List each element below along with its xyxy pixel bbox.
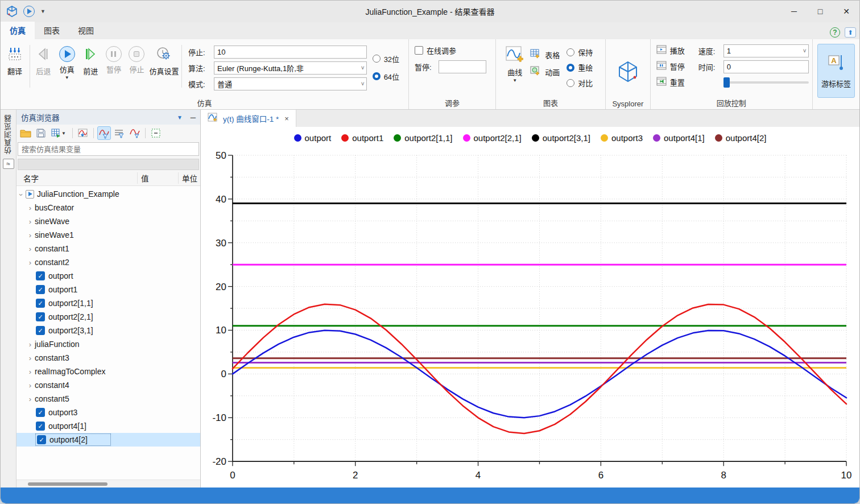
tree-item-constant3[interactable]: ›constant3 [16, 351, 200, 365]
tree-item-sineWave[interactable]: ›sineWave [16, 214, 200, 228]
tab-close-icon[interactable]: × [284, 114, 289, 123]
legend-item-outport3[interactable]: outport3 [601, 133, 643, 143]
export-table-button[interactable]: ▼ [49, 126, 69, 140]
collapse-arrow-icon[interactable]: › [26, 354, 35, 362]
maximize-button[interactable]: □ [807, 1, 833, 22]
tree-item-outport2[2,1][interactable]: ✓outport2[2,1] [16, 310, 200, 324]
collapse-ribbon-icon[interactable]: ⬆ [845, 27, 856, 38]
column-value[interactable]: 值 [137, 172, 178, 184]
checkbox-checked-icon[interactable]: ✓ [36, 422, 45, 431]
tree-item-outport3[interactable]: ✓outport3 [16, 406, 200, 419]
tree-item-constant4[interactable]: ›constant4 [16, 378, 200, 392]
tree-item-outport1[interactable]: ✓outport1 [16, 283, 200, 296]
chevron-down-icon[interactable]: ▼ [61, 131, 67, 136]
collapse-arrow-icon[interactable]: › [26, 258, 35, 267]
tree-item-outport4[1][interactable]: ✓outport4[1] [16, 419, 200, 433]
quick-access-dropdown-icon[interactable]: ▼ [40, 9, 46, 14]
close-button[interactable]: ✕ [833, 1, 859, 22]
translate-button[interactable]: 翻译 [2, 43, 28, 99]
collapse-arrow-icon[interactable]: › [26, 204, 35, 212]
mode-dropdown[interactable]: 普通 ˅ [214, 77, 367, 90]
speed-dropdown[interactable]: 1 ˅ [723, 44, 809, 57]
hold-radio[interactable]: 保持 [567, 47, 593, 57]
filter-signals-button[interactable] [128, 126, 142, 140]
dock-tab-simulation-browser[interactable]: 仿真浏览器 [3, 114, 14, 154]
legend-item-outport2[2,1][interactable]: outport2[2,1] [463, 133, 522, 143]
tree-item-constant5[interactable]: ›constant5 [16, 392, 200, 406]
search-input[interactable] [18, 142, 199, 156]
curve-button[interactable]: 曲线 ▼ [501, 43, 529, 99]
online-tuning-checkbox[interactable]: 在线调参 [415, 45, 494, 56]
signal-wave-icon[interactable]: ≈ [3, 159, 14, 169]
time-input[interactable] [723, 60, 809, 73]
scrollbar-thumb[interactable] [28, 482, 108, 486]
simulation-settings-button[interactable]: 仿真设置 [148, 43, 180, 99]
bits32-radio[interactable]: 32位 [373, 53, 404, 64]
legend-item-outport1[interactable]: outport1 [341, 133, 383, 143]
checkbox-checked-icon[interactable]: ✓ [37, 435, 46, 444]
tree-horizontal-scrollbar[interactable] [16, 480, 200, 488]
tree-item-JuliaFunction_Example[interactable]: ›JuliaFunction_Example [16, 187, 200, 201]
plot-svg[interactable]: -20-10010203040500246810 [201, 148, 859, 488]
plot[interactable]: -20-10010203040500246810 [201, 148, 859, 488]
slider-handle[interactable] [723, 77, 730, 88]
step-back-button[interactable]: 后退 [32, 43, 55, 99]
legend-item-outport[interactable]: outport [294, 133, 332, 143]
filter-curves-button[interactable] [97, 126, 111, 140]
step-forward-button[interactable]: 前进 [79, 43, 102, 99]
legend-item-outport4[2][interactable]: outport4[2] [715, 133, 767, 143]
collapse-arrow-icon[interactable]: › [26, 340, 35, 349]
curve-window-tab[interactable]: y(t) 曲线窗口-1 * × [201, 110, 296, 127]
tune-pause-input[interactable] [439, 60, 486, 73]
tree-item-realImagToComplex[interactable]: ›realImagToComplex [16, 365, 200, 378]
tree-item-outport[interactable]: ✓outport [16, 269, 200, 283]
playback-pause-button[interactable]: 暂停 [656, 59, 694, 73]
compare-radio[interactable]: 对比 [567, 77, 593, 88]
export-curve-button[interactable] [76, 126, 90, 140]
collapse-arrow-icon[interactable]: › [26, 381, 35, 390]
checkbox-checked-icon[interactable]: ✓ [36, 326, 45, 335]
tree-item-busCreator[interactable]: ›busCreator [16, 201, 200, 214]
redraw-radio[interactable]: 重绘 [567, 62, 593, 73]
filter-bar[interactable] [18, 159, 199, 170]
legend-item-outport4[1][interactable]: outport4[1] [653, 133, 705, 143]
tab-view[interactable]: 视图 [69, 22, 103, 39]
cursor-label-button[interactable]: A 游标标签 [817, 44, 855, 98]
checkbox-checked-icon[interactable]: ✓ [36, 299, 45, 308]
checkbox-checked-icon[interactable]: ✓ [36, 271, 45, 280]
collapse-arrow-icon[interactable]: › [26, 217, 35, 226]
playback-play-button[interactable]: 播放 [656, 43, 694, 57]
collapse-arrow-icon[interactable]: › [26, 395, 35, 403]
open-result-button[interactable] [19, 126, 32, 140]
minimize-button[interactable]: ─ [781, 1, 807, 22]
animation-button[interactable]: 动画 [530, 64, 560, 79]
sysplorer-button[interactable] [616, 56, 640, 85]
checkbox-checked-icon[interactable]: ✓ [36, 312, 45, 321]
tree-item-outport4[2][interactable]: ✓outport4[2] [16, 433, 200, 447]
legend-item-outport2[3,1][interactable]: outport2[3,1] [532, 133, 590, 143]
tree-item-sineWave1[interactable]: ›sineWave1 [16, 228, 200, 242]
pause-button[interactable]: 暂停 [102, 43, 126, 99]
panel-menu-icon[interactable]: ▼ [177, 114, 183, 121]
collapse-arrow-icon[interactable]: › [26, 231, 35, 239]
legend-item-outport2[1,1][interactable]: outport2[1,1] [394, 133, 452, 143]
time-slider[interactable] [723, 77, 809, 88]
tree-item-outport2[1,1][interactable]: ✓outport2[1,1] [16, 296, 200, 310]
tab-simulation[interactable]: 仿真 [1, 22, 35, 39]
expand-arrow-icon[interactable]: › [17, 189, 26, 199]
checkbox-checked-icon[interactable]: ✓ [36, 408, 45, 417]
simulate-dropdown-icon[interactable]: ▼ [65, 76, 69, 79]
collapse-all-button[interactable] [149, 126, 163, 140]
save-result-button[interactable] [34, 126, 48, 140]
table-button[interactable]: 表格 [530, 47, 560, 62]
column-name[interactable]: 名字 [16, 172, 137, 184]
stop-button[interactable]: 停止 [125, 43, 148, 99]
panel-minimize-icon[interactable]: ─ [191, 113, 196, 122]
tab-chart[interactable]: 图表 [35, 22, 69, 39]
curve-dropdown-icon[interactable]: ▼ [512, 79, 517, 82]
bits64-radio[interactable]: 64位 [373, 71, 404, 82]
simulate-button[interactable]: 仿真 ▼ [55, 43, 79, 99]
algorithm-dropdown[interactable]: Euler (Runge-Kutta,1阶,非 ˅ [214, 61, 367, 75]
filter-list-button[interactable] [113, 126, 126, 140]
collapse-arrow-icon[interactable]: › [26, 245, 35, 253]
